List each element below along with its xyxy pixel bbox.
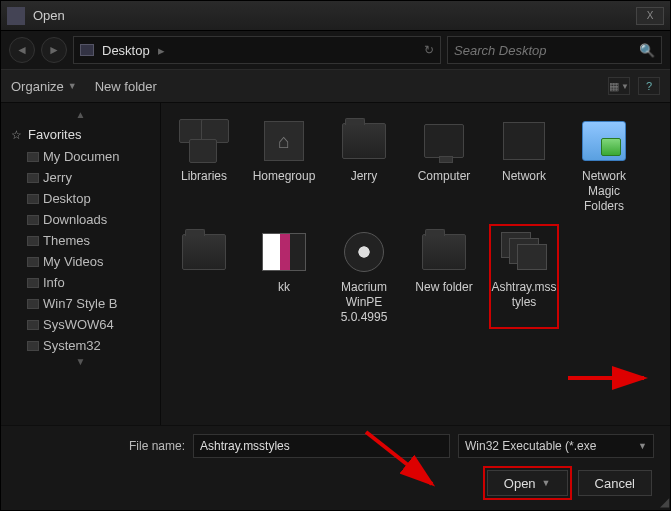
file-macrium-winpe[interactable]: Macrium WinPE 5.0.4995 (329, 224, 399, 329)
folder-icon (27, 215, 39, 225)
annotation-arrow-icon (566, 363, 656, 393)
search-icon: 🔍 (639, 43, 655, 58)
folder-icon (27, 257, 39, 267)
filename-input[interactable] (193, 434, 450, 458)
filter-label: Win32 Executable (*.exe (465, 439, 596, 453)
file-ashtray-msstyles[interactable]: Ashtray.msstyles (489, 224, 559, 329)
sidebar-item-themes[interactable]: Themes (1, 230, 160, 251)
resize-grip-icon[interactable]: ◢ (660, 495, 667, 509)
desktop-icon (80, 44, 94, 56)
folder-icon (27, 236, 39, 246)
folder-icon (422, 234, 466, 270)
file-jerry[interactable]: Jerry (329, 113, 399, 218)
forward-button[interactable]: ► (41, 37, 67, 63)
sidebar-item-info[interactable]: Info (1, 272, 160, 293)
favorites-section[interactable]: ☆ Favorites (1, 123, 160, 146)
folder-icon (27, 173, 39, 183)
file-type-filter[interactable]: Win32 Executable (*.exe ▼ (458, 434, 654, 458)
file-new-folder[interactable]: New folder (409, 224, 479, 329)
chevron-down-icon: ▼ (68, 81, 77, 91)
file-pane[interactable]: Libraries ⌂ Homegroup Jerry Computer Net… (161, 103, 670, 425)
folder-icon (27, 299, 39, 309)
sidebar-item-jerry[interactable]: Jerry (1, 167, 160, 188)
cancel-label: Cancel (595, 476, 635, 491)
chevron-down-icon: ▼ (638, 441, 647, 451)
file-homegroup[interactable]: ⌂ Homegroup (249, 113, 319, 218)
msstyles-icon (501, 232, 547, 272)
file-computer[interactable]: Computer (409, 113, 479, 218)
open-label: Open (504, 476, 536, 491)
breadcrumb-location[interactable]: Desktop (102, 43, 150, 58)
breadcrumb-sep-icon[interactable]: ▸ (158, 43, 165, 58)
app-icon (7, 7, 25, 25)
titlebar: Open X (1, 1, 670, 31)
toolbar: Organize ▼ New folder ▦▼ ? (1, 69, 670, 103)
homegroup-icon: ⌂ (264, 121, 304, 161)
file-libraries[interactable]: Libraries (169, 113, 239, 218)
folder-icon (27, 194, 39, 204)
new-folder-button[interactable]: New folder (95, 79, 157, 94)
cancel-button[interactable]: Cancel (578, 470, 652, 496)
open-button[interactable]: Open ▼ (487, 470, 568, 496)
address-bar[interactable]: Desktop ▸ ↻ (73, 36, 441, 64)
back-button[interactable]: ◄ (9, 37, 35, 63)
network-icon (503, 122, 545, 160)
scroll-up-icon[interactable]: ▲ (1, 109, 160, 123)
folder-icon (27, 341, 39, 351)
sidebar-item-downloads[interactable]: Downloads (1, 209, 160, 230)
view-mode-button[interactable]: ▦▼ (608, 77, 630, 95)
file-kk[interactable]: kk (249, 224, 319, 329)
favorites-label: Favorites (28, 127, 81, 142)
close-button[interactable]: X (636, 7, 664, 25)
organize-button[interactable]: Organize ▼ (11, 79, 77, 94)
image-icon (262, 233, 306, 271)
folder-icon (27, 320, 39, 330)
filename-label: File name: (17, 439, 185, 453)
search-box[interactable]: 🔍 (447, 36, 662, 64)
window-title: Open (33, 8, 636, 23)
help-button[interactable]: ? (638, 77, 660, 95)
sidebar-item-syswow64[interactable]: SysWOW64 (1, 314, 160, 335)
sidebar: ▲ ☆ Favorites My Documen Jerry Desktop D… (1, 103, 161, 425)
open-dialog: Open X ◄ ► Desktop ▸ ↻ 🔍 Organize ▼ New … (0, 0, 671, 511)
folder-icon (27, 152, 39, 162)
folder-icon (342, 123, 386, 159)
file-network-magic-folders[interactable]: Network Magic Folders (569, 113, 639, 218)
refresh-icon[interactable]: ↻ (424, 43, 434, 57)
sidebar-item-system32[interactable]: System32 (1, 335, 160, 356)
sidebar-item-desktop[interactable]: Desktop (1, 188, 160, 209)
sidebar-item-win7-style[interactable]: Win7 Style B (1, 293, 160, 314)
organize-label: Organize (11, 79, 64, 94)
network-magic-icon (582, 121, 626, 161)
file-unnamed-folder[interactable] (169, 224, 239, 329)
disc-icon (344, 232, 384, 272)
window-buttons: X (636, 7, 664, 25)
new-folder-label: New folder (95, 79, 157, 94)
sidebar-item-my-documents[interactable]: My Documen (1, 146, 160, 167)
scroll-down-icon[interactable]: ▼ (1, 356, 160, 370)
libraries-icon (179, 119, 229, 163)
file-network[interactable]: Network (489, 113, 559, 218)
folder-icon (182, 234, 226, 270)
search-input[interactable] (454, 43, 635, 58)
chevron-down-icon: ▼ (542, 478, 551, 488)
nav-row: ◄ ► Desktop ▸ ↻ 🔍 (1, 31, 670, 69)
star-icon: ☆ (11, 128, 22, 142)
bottom-panel: File name: Win32 Executable (*.exe ▼ Ope… (1, 425, 670, 510)
sidebar-item-my-videos[interactable]: My Videos (1, 251, 160, 272)
computer-icon (424, 124, 464, 158)
folder-icon (27, 278, 39, 288)
